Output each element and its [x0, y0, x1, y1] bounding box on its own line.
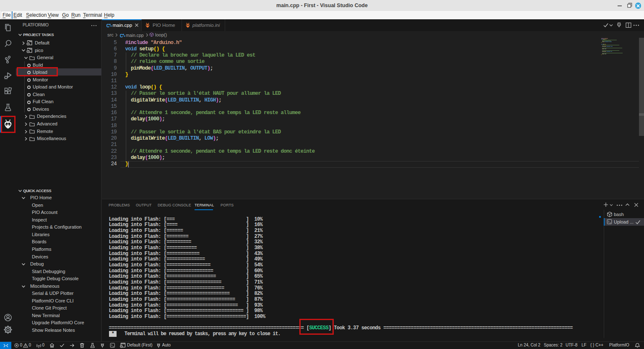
- svg-text:C: C: [106, 23, 110, 28]
- svg-text:C: C: [120, 33, 123, 38]
